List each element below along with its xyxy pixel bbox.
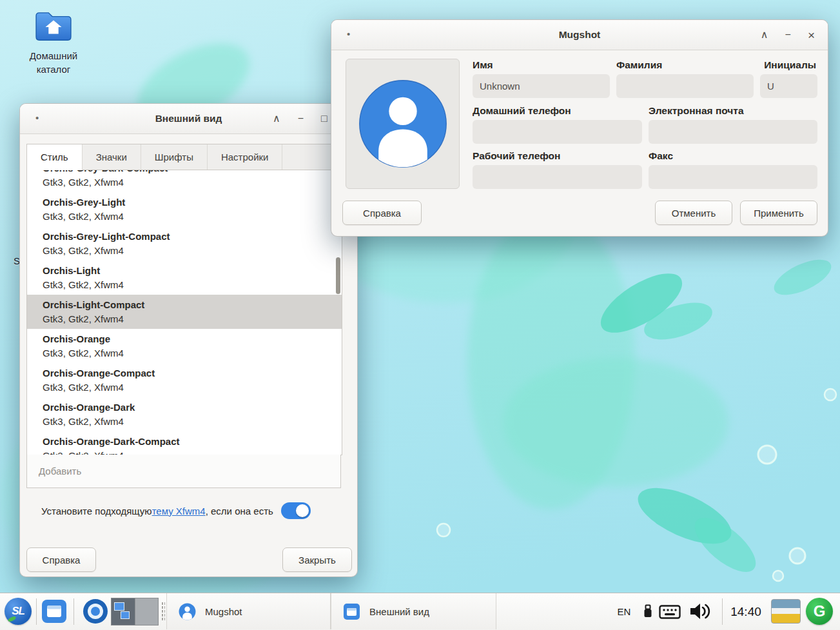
theme-subtitle: Gtk3, Gtk2, Xfwm4 [43,346,342,360]
theme-name: Orchis-Grey-Light [43,195,342,210]
mini-window [114,602,124,611]
theme-name: Orchis-Orange-Dark-Compact [43,434,342,449]
theme-subtitle: Gtk3, Gtk2, Xfwm4 [43,175,342,190]
panel-handle[interactable] [161,602,165,622]
theme-list-inner: Orchis-Grey-Dark-CompactGtk3, Gtk2, Xfwm… [27,170,342,455]
theme-list-item[interactable]: Orchis-Orange-Dark-CompactGtk3, Gtk2, Xf… [27,431,342,455]
theme-name: Orchis-Orange [43,331,342,346]
tray-updater-button[interactable]: G [806,598,833,625]
home-phone-field[interactable] [473,120,642,144]
email-label: Электронная почта [649,104,744,117]
maximize-icon[interactable]: □ [321,113,327,124]
xfwm-theme-link[interactable]: тему Xfwm4 [152,506,206,517]
avatar-button[interactable] [346,59,460,189]
minimize-icon[interactable]: − [298,113,304,124]
theme-list-item[interactable]: Orchis-Light-CompactGtk3, Gtk2, Xfwm4 [27,295,342,329]
clock-label: 14:40 [730,605,761,619]
minimize-icon[interactable]: − [785,30,791,40]
tab-Шрифты[interactable]: Шрифты [141,144,208,170]
mugshot-apply-button[interactable]: Применить [740,201,817,225]
mugshot-task-icon [179,603,196,620]
applications-menu-button[interactable]: SL [5,598,32,625]
tab-Настройки[interactable]: Настройки [208,144,283,170]
sl-leaf-icon [7,616,16,622]
theme-list[interactable]: Orchis-Grey-Dark-CompactGtk3, Gtk2, Xfwm… [27,170,342,455]
xfwm-toggle[interactable] [281,502,311,519]
rollup-icon[interactable]: ∧ [273,113,280,124]
first-name-field[interactable]: Unknown [473,74,610,98]
style-tabbar: СтильЗначкиШрифтыНастройки [27,144,342,170]
desktop-icon-label: Домашний каталог [18,49,89,76]
mugshot-window: • Mugshot ∧ − × Имя Фамилия Инициалы Unk… [331,19,828,237]
launcher-window-button[interactable] [41,598,67,624]
home-folder-icon [34,10,73,43]
xfwm-text-before: Установите подходящую [41,506,152,517]
appearance-help-button[interactable]: Справка [26,547,96,572]
desktop-icon-home[interactable]: Домашний каталог [18,10,89,76]
theme-list-item[interactable]: Orchis-OrangeGtk3, Gtk2, Xfwm4 [27,329,342,363]
home-phone-label: Домашний телефон [473,104,571,117]
panel-separator [73,598,74,625]
theme-subtitle: Gtk3, Gtk2, Xfwm4 [43,244,342,258]
volume-button[interactable] [689,602,712,621]
first-name-label: Имя [473,59,493,72]
taskbar-item-appearance[interactable]: Внешний вид [331,593,496,629]
fax-field[interactable] [649,165,817,189]
appearance-close-button[interactable]: Закрыть [282,547,352,572]
mugshot-cancel-button[interactable]: Отменить [655,201,732,225]
clock[interactable]: 14:40 [726,593,766,630]
theme-list-item[interactable]: Orchis-LightGtk3, Gtk2, Xfwm4 [27,261,342,295]
theme-subtitle: Gtk3, Gtk2, Xfwm4 [43,312,342,326]
appearance-task-icon [343,603,360,620]
appearance-window: • Внешний вид ∧ − □ × СтильЗначкиШрифтыН… [19,103,358,577]
theme-list-item[interactable]: Orchis-Grey-LightGtk3, Gtk2, Xfwm4 [27,192,342,226]
workspace-1[interactable] [112,598,135,625]
theme-list-item[interactable]: Orchis-Orange-CompactGtk3, Gtk2, Xfwm4 [27,363,342,397]
stripes-icon [771,599,801,624]
mugshot-window-title: Mugshot [331,20,828,50]
theme-name: Orchis-Orange-Compact [43,366,342,380]
browser-icon [83,598,108,624]
tray-theme-icon[interactable] [771,599,801,624]
rollup-icon[interactable]: ∧ [761,30,768,40]
theme-list-item[interactable]: Orchis-Grey-Dark-CompactGtk3, Gtk2, Xfwm… [27,170,342,192]
mugshot-help-button[interactable]: Справка [342,201,422,225]
plug-icon [643,604,652,618]
theme-list-item[interactable]: Orchis-Orange-DarkGtk3, Gtk2, Xfwm4 [27,397,342,431]
theme-subtitle: Gtk3, Gtk2, Xfwm4 [43,449,342,455]
taskbar-item-mugshot[interactable]: Mugshot [166,593,331,629]
panel-separator [722,598,723,625]
theme-name: Orchis-Light [43,263,342,278]
green-g-icon: G [806,598,833,625]
workspace-switcher[interactable] [111,598,159,625]
theme-subtitle: Gtk3, Gtk2, Xfwm4 [43,380,342,395]
sl-logo-icon: SL [5,598,32,625]
close-icon[interactable]: × [808,29,815,41]
theme-list-scrollbar[interactable] [336,257,340,294]
tab-Значки[interactable]: Значки [83,144,141,170]
theme-subtitle: Gtk3, Gtk2, Xfwm4 [43,278,342,292]
tray-device-icon[interactable] [643,604,652,618]
initials-field[interactable]: U [760,74,817,98]
theme-list-item[interactable]: Orchis-Grey-Light-CompactGtk3, Gtk2, Xfw… [27,226,342,261]
initials-label: Инициалы [764,59,816,72]
workspace-2[interactable] [135,598,159,625]
work-phone-label: Рабочий телефон [473,150,560,162]
theme-name: Orchis-Light-Compact [43,297,342,312]
add-theme-placeholder: Добавить [27,466,81,477]
work-phone-field[interactable] [473,165,642,189]
email-field[interactable] [649,120,817,144]
keyboard-layout-label: EN [618,606,631,617]
launcher-browser-button[interactable] [83,598,108,624]
last-name-field[interactable] [616,74,754,98]
mugshot-titlebar[interactable]: • Mugshot ∧ − × [331,20,828,50]
keyboard-icon [659,605,681,619]
tab-Стиль[interactable]: Стиль [27,144,83,170]
tray-keyboard-icon[interactable] [659,605,681,619]
fax-label: Факс [649,150,673,162]
appearance-titlebar[interactable]: • Внешний вид ∧ − □ × [20,104,357,134]
keyboard-layout-indicator[interactable]: EN [611,593,637,630]
add-theme-input[interactable]: Добавить [26,455,341,488]
task-label: Внешний вид [369,606,429,617]
task-label: Mugshot [205,606,242,617]
